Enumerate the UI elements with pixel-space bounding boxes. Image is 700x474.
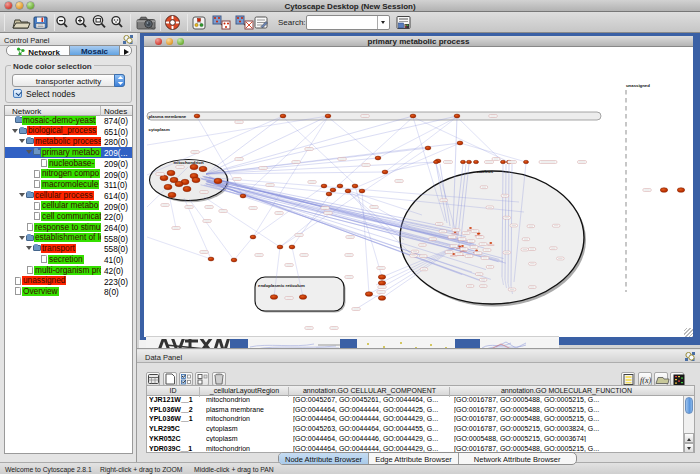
svg-text:f(x): f(x)	[640, 376, 651, 385]
svg-text:mitochondrion: mitochondrion	[173, 160, 203, 165]
svg-text:endoplasmic reticulum: endoplasmic reticulum	[258, 283, 305, 288]
svg-text:plasma membrane: plasma membrane	[149, 114, 187, 119]
svg-text:nucleus: nucleus	[477, 169, 494, 174]
svg-text:cytoplasm: cytoplasm	[149, 127, 170, 132]
svg-text:unassigned: unassigned	[626, 83, 650, 88]
